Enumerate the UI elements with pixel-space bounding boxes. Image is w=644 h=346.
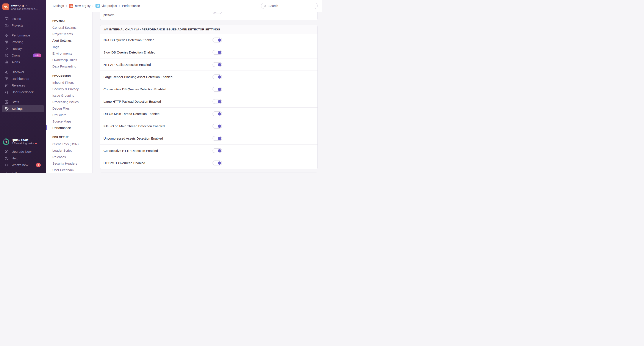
sidebar-item[interactable]: User Feedback: [2, 89, 44, 95]
breadcrumb-item[interactable]: NX new-org-xy: [69, 4, 94, 8]
toggle-switch[interactable]: [212, 38, 222, 43]
subnav-item[interactable]: Security Headers: [52, 160, 92, 167]
toggle-switch[interactable]: [212, 62, 222, 67]
react-project-icon: [96, 4, 100, 8]
subnav-section: PROJECT General Settings Project Teams A…: [52, 19, 92, 70]
org-avatar: NX: [2, 4, 9, 10]
subnav-item[interactable]: General Settings: [52, 24, 92, 31]
subnav-item[interactable]: Alert Settings: [52, 37, 92, 44]
projects-icon: [4, 23, 9, 28]
subnav-item[interactable]: User Feedback: [52, 167, 92, 173]
subnav-item[interactable]: Client Keys (DSN): [52, 141, 92, 147]
app-root: NX new-org abdullah.khan@sen… Issues: [0, 0, 322, 173]
subnav-item[interactable]: Inbound Filters: [52, 79, 92, 86]
toggle-switch[interactable]: [212, 111, 222, 116]
toggle-switch[interactable]: [212, 160, 222, 165]
subnav-item[interactable]: Security & Privacy: [52, 86, 92, 92]
setting-label: Large HTTP Payload Detection Enabled: [100, 100, 209, 103]
subnav-item[interactable]: Debug Files: [52, 105, 92, 112]
subnav-item-label: Issue Grouping: [52, 94, 74, 97]
setting-row: Large HTTP Payload Detection Enabled: [100, 95, 318, 108]
toggle-switch[interactable]: [212, 148, 222, 153]
quickstart-progress-ring: 4: [3, 139, 9, 145]
card-title: ### INTERNAL ONLY ### - PERFORMANCE ISSU…: [104, 28, 220, 31]
breadcrumb: Settings NX new-org-xy vite-project Perf…: [52, 4, 140, 8]
subnav-item[interactable]: Releases: [52, 154, 92, 160]
sidebar-item[interactable]: Discover: [2, 69, 44, 75]
subnav-item[interactable]: Issue Grouping: [52, 92, 92, 99]
subnav-item[interactable]: Environments: [52, 50, 92, 57]
subnav-item[interactable]: Project Teams: [52, 31, 92, 37]
toggle-switch[interactable]: [212, 99, 222, 104]
setting-label: Consecutive HTTP Detection Enabled: [100, 149, 209, 153]
subnav-item-label: Processing Issues: [52, 100, 79, 104]
breadcrumb-item[interactable]: Performance: [122, 4, 140, 8]
subnav-item-label: Project Teams: [52, 32, 73, 36]
sidebar-item[interactable]: Alerts: [2, 59, 44, 65]
breadcrumb-label: vite-project: [102, 4, 117, 8]
sidebar-item-label: Stats: [12, 100, 19, 104]
quickstart-subtitle: 4 Remaining tasks: [12, 142, 34, 145]
toggle-switch[interactable]: [212, 50, 222, 55]
toggle-switch[interactable]: [212, 124, 222, 129]
subnav-item-label: Client Keys (DSN): [52, 142, 79, 146]
alerts-icon: [4, 60, 9, 64]
subnav-item[interactable]: Ownership Rules: [52, 57, 92, 63]
subnav-item[interactable]: Loader Script: [52, 147, 92, 154]
sidebar-item[interactable]: Replays: [2, 45, 44, 52]
search-input[interactable]: [268, 4, 315, 8]
toggle-knob: [218, 51, 221, 54]
sidebar-item-label: Releases: [12, 84, 25, 87]
sidebar-footer-item[interactable]: Upgrade Now: [2, 148, 44, 155]
toggle-knob: [218, 63, 221, 66]
stats-icon: [4, 100, 9, 104]
setting-label: Consecutive DB Queries Detection Enabled: [100, 87, 209, 91]
breadcrumb-item[interactable]: vite-project: [96, 4, 120, 8]
help-icon: [4, 156, 9, 160]
sidebar-item-label: Replays: [12, 47, 23, 51]
subnav-section: PROCESSING Inbound Filters Security & Pr…: [52, 74, 92, 131]
subnav-section-title: SDK SETUP: [52, 136, 92, 139]
toggle-switch-disabled-cutoff[interactable]: [212, 12, 222, 14]
sidebar-item[interactable]: Projects: [2, 22, 44, 29]
next-card-top-edge: [100, 173, 318, 173]
subnav-item[interactable]: ProGuard: [52, 112, 92, 118]
subnav-item-label: ProGuard: [52, 113, 66, 117]
sidebar-item[interactable]: Stats: [2, 99, 44, 105]
sidebar-item[interactable]: Settings: [2, 105, 44, 112]
toggle-switch[interactable]: [212, 87, 222, 92]
nav-group: Performance Profiling Replays: [0, 32, 46, 65]
sidebar-footer-item-label: Help: [12, 156, 18, 160]
sidebar-item[interactable]: Releases: [2, 82, 44, 89]
sidebar-footer-item[interactable]: Help: [2, 155, 44, 162]
sidebar-item[interactable]: Issues: [2, 15, 44, 22]
subnav-item-label: Security & Privacy: [52, 87, 79, 91]
sidebar-footer-item[interactable]: What's new 1: [2, 162, 44, 168]
quickstart-count: 4: [6, 140, 7, 143]
toggle-switch[interactable]: [212, 136, 222, 141]
crons-icon: [4, 53, 9, 58]
subnav-section: SDK SETUP Client Keys (DSN) Loader Scrip…: [52, 136, 92, 173]
sidebar-item[interactable]: Performance: [2, 32, 44, 39]
sidebar-item[interactable]: Dashboards: [2, 75, 44, 82]
subnav-item[interactable]: Source Maps: [52, 118, 92, 125]
quickstart-widget[interactable]: 4 Quick Start 4 Remaining tasks: [3, 138, 46, 145]
sidebar-item-label: Performance: [12, 34, 30, 37]
subnav-item[interactable]: Performance: [52, 125, 92, 131]
toggle-switch[interactable]: [212, 74, 222, 79]
subnav-item-label: Debug Files: [52, 107, 70, 110]
toggle-knob: [218, 112, 221, 115]
sidebar-item[interactable]: Crons beta: [2, 52, 44, 59]
card-header: ### INTERNAL ONLY ### - PERFORMANCE ISSU…: [100, 25, 318, 34]
subnav-item[interactable]: Tags: [52, 44, 92, 50]
sidebar-nav: Issues Projects Performance: [0, 15, 46, 115]
subnav-item-label: Security Headers: [52, 162, 77, 165]
collapse-button[interactable]: Collapse: [2, 171, 44, 173]
releases-icon: [4, 83, 9, 88]
toggle-knob: [218, 137, 221, 140]
breadcrumb-item[interactable]: Settings: [52, 4, 67, 8]
subnav-item[interactable]: Data Forwarding: [52, 63, 92, 70]
sidebar-item[interactable]: Profiling: [2, 39, 44, 45]
subnav-item[interactable]: Processing Issues: [52, 99, 92, 105]
org-switcher[interactable]: NX new-org abdullah.khan@sen…: [0, 0, 46, 11]
